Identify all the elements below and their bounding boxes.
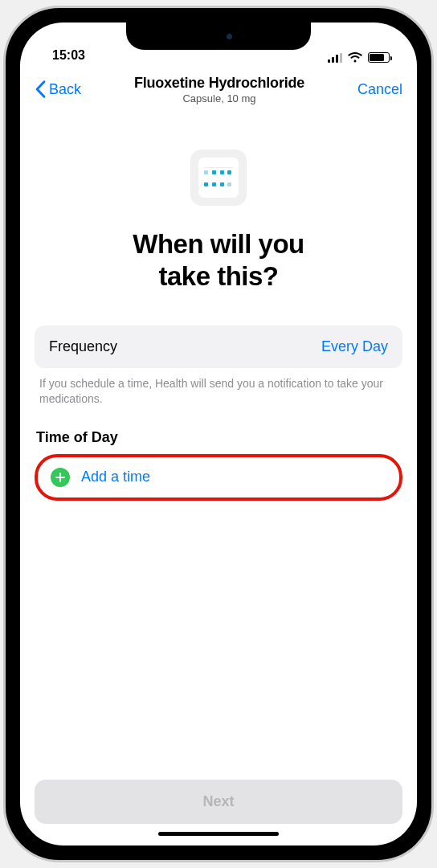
status-time: 15:03: [52, 48, 85, 63]
nav-title-sub: Capsule, 10 mg: [88, 92, 351, 104]
add-time-button[interactable]: Add a time: [35, 454, 402, 501]
headline-line2: take this?: [158, 261, 278, 291]
notch: [126, 23, 311, 50]
chevron-left-icon: [35, 80, 46, 98]
plus-icon: [51, 468, 70, 487]
battery-icon: [368, 52, 390, 63]
nav-bar: Back Fluoxetine Hydrochloride Capsule, 1…: [20, 68, 417, 111]
screen: 15:03 Back Fluoxetine Hydrochloride Caps…: [20, 23, 417, 845]
next-button[interactable]: Next: [35, 780, 402, 824]
home-indicator[interactable]: [158, 832, 279, 836]
wifi-icon: [348, 52, 362, 63]
back-button[interactable]: Back: [35, 80, 81, 98]
calendar-icon: [190, 149, 247, 206]
time-of-day-label: Time of Day: [35, 429, 402, 446]
frequency-row[interactable]: Frequency Every Day: [35, 326, 402, 368]
calendar-icon-container: [35, 149, 402, 206]
help-text: If you schedule a time, Health will send…: [35, 368, 402, 407]
frequency-label: Frequency: [49, 338, 117, 355]
nav-title: Fluoxetine Hydrochloride Capsule, 10 mg: [88, 75, 351, 104]
add-time-label: Add a time: [81, 469, 150, 485]
cellular-icon: [328, 53, 342, 63]
frequency-value: Every Day: [321, 338, 388, 355]
nav-title-main: Fluoxetine Hydrochloride: [88, 75, 351, 92]
back-label: Back: [49, 81, 81, 98]
content: When will you take this? Frequency Every…: [20, 111, 417, 780]
cancel-button[interactable]: Cancel: [357, 81, 402, 98]
page-headline: When will you take this?: [35, 228, 402, 292]
phone-frame: 15:03 Back Fluoxetine Hydrochloride Caps…: [3, 6, 434, 862]
status-icons: [328, 52, 390, 63]
headline-line1: When will you: [133, 229, 304, 259]
